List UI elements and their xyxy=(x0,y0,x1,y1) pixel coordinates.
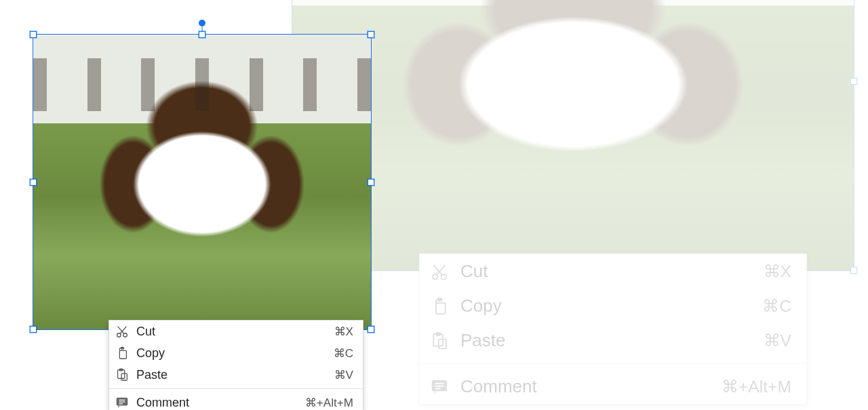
resize-handle-bottom-right[interactable] xyxy=(850,267,857,274)
resize-handle-left[interactable] xyxy=(30,179,37,186)
menu-label: Comment xyxy=(460,376,711,397)
resize-handle-top[interactable] xyxy=(199,31,205,38)
menu-shortcut: ⌘V xyxy=(334,368,353,382)
paste-icon xyxy=(115,367,130,382)
menu-item-cut[interactable]: Cut ⌘X xyxy=(420,254,806,289)
menu-label: Copy xyxy=(460,295,751,316)
menu-shortcut: ⌘X xyxy=(334,325,353,339)
dog-photo xyxy=(33,35,371,329)
menu-label: Copy xyxy=(136,346,327,361)
copy-icon xyxy=(115,346,130,361)
comment-icon xyxy=(115,395,130,410)
comment-icon xyxy=(429,377,450,397)
menu-separator xyxy=(109,388,363,389)
menu-shortcut: ⌘C xyxy=(762,296,791,316)
menu-item-cut[interactable]: Cut ⌘X xyxy=(109,321,363,342)
svg-rect-17 xyxy=(119,350,126,358)
context-menu-faded: Cut ⌘X Copy ⌘C Paste ⌘V Comment ⌘+Alt+M xyxy=(419,253,807,405)
copy-icon xyxy=(429,296,450,316)
svg-point-0 xyxy=(433,274,438,279)
resize-handle-top-right[interactable] xyxy=(368,31,374,38)
menu-label: Paste xyxy=(136,368,328,382)
svg-rect-4 xyxy=(436,303,446,314)
selected-image[interactable] xyxy=(33,34,372,330)
selected-image-faded xyxy=(292,0,854,271)
context-menu[interactable]: Cut ⌘X Copy ⌘C Paste ⌘V Comment ⌘+Alt+M xyxy=(108,320,363,410)
resize-handle-right[interactable] xyxy=(850,78,857,85)
dog-photo-faded xyxy=(292,0,854,270)
menu-item-paste[interactable]: Paste ⌘V xyxy=(109,364,363,386)
menu-item-copy[interactable]: Copy ⌘C xyxy=(109,342,363,364)
svg-point-13 xyxy=(117,333,121,337)
menu-shortcut: ⌘+Alt+M xyxy=(722,377,791,396)
svg-point-1 xyxy=(441,274,447,279)
menu-label: Comment xyxy=(136,396,298,410)
menu-item-comment[interactable]: Comment ⌘+Alt+M xyxy=(109,392,363,410)
menu-shortcut: ⌘X xyxy=(764,262,791,281)
resize-handle-bottom-right[interactable] xyxy=(368,326,374,333)
paste-icon xyxy=(429,331,450,351)
menu-item-paste[interactable]: Paste ⌘V xyxy=(420,323,806,358)
resize-handle-right[interactable] xyxy=(368,179,374,186)
menu-shortcut: ⌘C xyxy=(334,346,353,361)
resize-handle-top-left[interactable] xyxy=(30,31,37,38)
cut-icon xyxy=(429,262,450,282)
svg-point-14 xyxy=(123,333,127,337)
menu-item-comment[interactable]: Comment ⌘+Alt+M xyxy=(420,369,806,404)
menu-shortcut: ⌘+Alt+M xyxy=(305,396,353,410)
menu-label: Cut xyxy=(136,325,328,339)
menu-label: Paste xyxy=(460,330,753,351)
menu-item-copy[interactable]: Copy ⌘C xyxy=(420,289,806,323)
menu-label: Cut xyxy=(460,261,753,282)
menu-shortcut: ⌘V xyxy=(764,331,791,350)
cut-icon xyxy=(115,324,130,339)
resize-handle-bottom-left[interactable] xyxy=(30,326,37,333)
rotate-handle[interactable] xyxy=(199,20,205,26)
menu-separator xyxy=(420,363,806,364)
